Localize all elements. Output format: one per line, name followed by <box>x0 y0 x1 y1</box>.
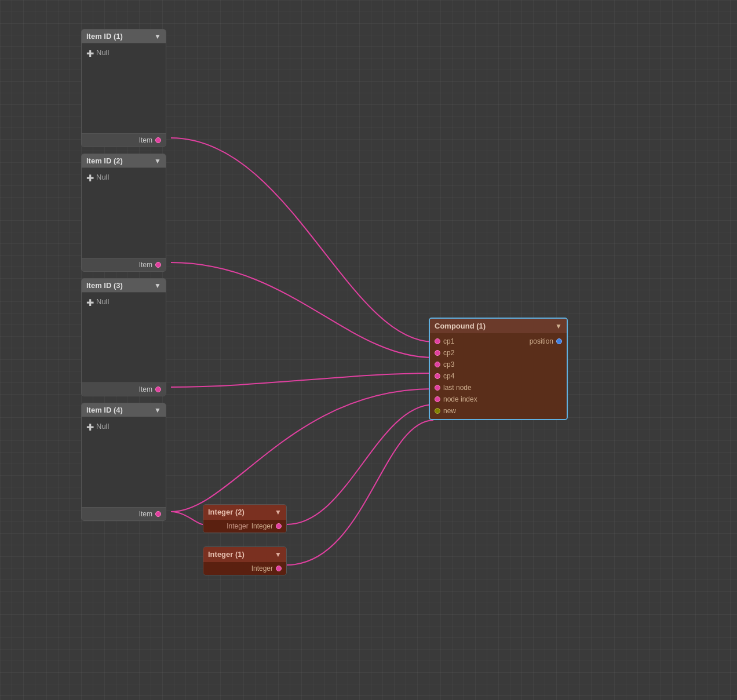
compound-cp1-input-port[interactable] <box>435 338 440 344</box>
item-id-2-header[interactable]: Item ID (2) ▼ <box>82 154 166 168</box>
integer-2-header[interactable]: Integer (2) ▼ <box>203 505 286 519</box>
integer-1-header[interactable]: Integer (1) ▼ <box>203 547 286 562</box>
integer-2-footer-text: Integer <box>251 522 273 530</box>
integer-1-footer-text: Integer <box>251 564 273 573</box>
integer-2-output-port[interactable] <box>276 523 282 529</box>
compound-nodeindex-label: node index <box>443 395 477 403</box>
compound-cp3-label: cp3 <box>443 360 454 369</box>
item-id-1-output-port[interactable] <box>155 137 161 143</box>
integer-1-title: Integer (1) <box>208 550 245 559</box>
item-id-2-footer-label: Item <box>139 261 152 269</box>
compound-cp1-label: cp1 <box>443 337 454 345</box>
compound-lastnode-label: last node <box>443 384 472 392</box>
item-id-4-title: Item ID (4) <box>86 406 123 414</box>
item-id-2-title: Item ID (2) <box>86 156 123 165</box>
item-id-4-footer: Item <box>82 507 166 520</box>
compound-1-header[interactable]: Compound (1) ▼ <box>430 319 567 333</box>
compound-new-input-port[interactable] <box>435 408 440 414</box>
compound-row-new: new <box>430 405 567 417</box>
item-id-4-plus-icon: ✚ <box>86 422 94 433</box>
item-id-1-node: Item ID (1) ▼ ✚ Null Item <box>81 29 166 147</box>
compound-row-last-node: last node <box>430 382 567 393</box>
item-id-4-arrow: ▼ <box>154 406 161 414</box>
item-id-2-output-port[interactable] <box>155 262 161 268</box>
compound-1-arrow: ▼ <box>555 322 562 330</box>
item-id-3-node: Item ID (3) ▼ ✚ Null Item <box>81 278 166 396</box>
item-id-4-node: Item ID (4) ▼ ✚ Null Item <box>81 403 166 521</box>
compound-cp3-input-port[interactable] <box>435 362 440 367</box>
item-id-2-footer: Item <box>82 258 166 271</box>
integer-2-footer-label: Integer <box>227 522 248 530</box>
compound-1-body: cp1 position cp2 cp3 cp4 <box>430 333 567 419</box>
item-id-3-body: ✚ Null <box>82 293 166 382</box>
item-id-2-null: Null <box>96 173 109 181</box>
item-id-1-title: Item ID (1) <box>86 32 123 41</box>
item-id-1-body: ✚ Null <box>82 43 166 133</box>
item-id-3-arrow: ▼ <box>154 282 161 290</box>
compound-row-cp2: cp2 <box>430 347 567 359</box>
compound-position-output-port[interactable] <box>556 338 562 344</box>
compound-cp2-input-port[interactable] <box>435 350 440 356</box>
compound-nodeindex-input-port[interactable] <box>435 396 440 402</box>
item-id-4-header[interactable]: Item ID (4) ▼ <box>82 403 166 417</box>
item-id-3-null: Null <box>96 297 109 306</box>
item-id-2-plus-icon: ✚ <box>86 173 94 184</box>
item-id-3-output-port[interactable] <box>155 387 161 392</box>
item-id-1-header[interactable]: Item ID (1) ▼ <box>82 30 166 43</box>
integer-2-node: Integer (2) ▼ Integer Integer <box>203 504 287 533</box>
item-id-1-arrow: ▼ <box>154 32 161 41</box>
integer-1-footer: Integer <box>203 562 286 575</box>
integer-1-arrow: ▼ <box>275 550 282 559</box>
item-id-3-header[interactable]: Item ID (3) ▼ <box>82 279 166 293</box>
integer-1-node: Integer (1) ▼ Integer <box>203 546 287 575</box>
compound-row-cp1: cp1 position <box>430 336 567 347</box>
compound-position-label: position <box>530 337 553 345</box>
item-id-1-null: Null <box>96 48 109 57</box>
compound-cp4-label: cp4 <box>443 372 454 380</box>
compound-1-node: Compound (1) ▼ cp1 position cp2 c <box>429 318 568 420</box>
item-id-2-node: Item ID (2) ▼ ✚ Null Item <box>81 154 166 272</box>
integer-2-footer: Integer Integer <box>203 519 286 533</box>
item-id-2-body: ✚ Null <box>82 168 166 258</box>
compound-new-label: new <box>443 407 456 415</box>
item-id-1-footer: Item <box>82 133 166 147</box>
item-id-4-footer-label: Item <box>139 510 152 518</box>
item-id-4-output-port[interactable] <box>155 511 161 517</box>
compound-1-title: Compound (1) <box>435 322 486 330</box>
compound-row-cp4: cp4 <box>430 370 567 382</box>
item-id-1-plus-icon: ✚ <box>86 48 94 59</box>
item-id-4-null: Null <box>96 422 109 431</box>
item-id-3-footer: Item <box>82 382 166 396</box>
integer-1-output-port[interactable] <box>276 566 282 571</box>
item-id-3-plus-icon: ✚ <box>86 297 94 308</box>
compound-row-node-index: node index <box>430 393 567 405</box>
compound-cp2-label: cp2 <box>443 349 454 357</box>
compound-lastnode-input-port[interactable] <box>435 385 440 391</box>
item-id-3-footer-label: Item <box>139 385 152 393</box>
item-id-3-title: Item ID (3) <box>86 281 123 290</box>
item-id-4-body: ✚ Null <box>82 417 166 507</box>
integer-2-title: Integer (2) <box>208 508 245 516</box>
integer-2-arrow: ▼ <box>275 508 282 516</box>
compound-cp4-input-port[interactable] <box>435 373 440 379</box>
item-id-1-footer-label: Item <box>139 136 152 144</box>
item-id-2-arrow: ▼ <box>154 157 161 165</box>
compound-row-cp3: cp3 <box>430 359 567 370</box>
